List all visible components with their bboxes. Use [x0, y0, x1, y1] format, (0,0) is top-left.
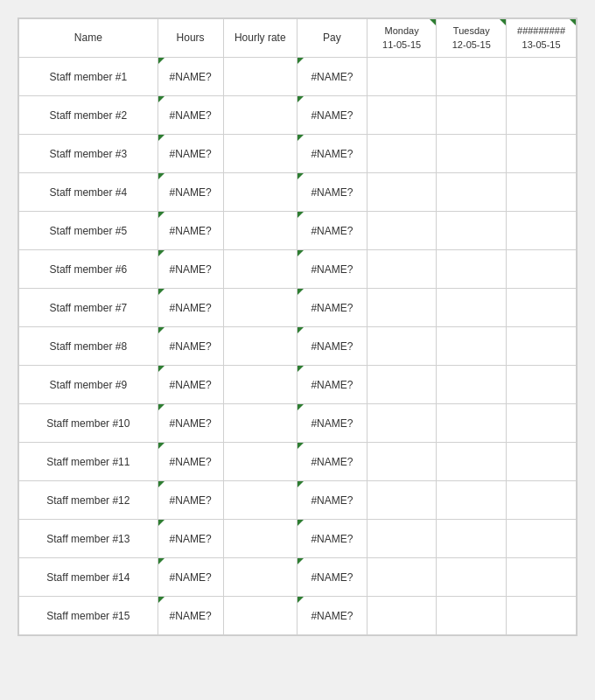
cell-hours[interactable]: #NAME?	[158, 212, 223, 250]
cell-hours[interactable]: #NAME?	[158, 520, 223, 558]
cell-tuesday[interactable]	[437, 58, 507, 96]
cell-name[interactable]: Staff member #9	[19, 366, 158, 404]
cell-monday[interactable]	[367, 597, 437, 635]
cell-monday[interactable]	[367, 404, 437, 443]
cell-monday[interactable]	[367, 481, 437, 520]
cell-tuesday[interactable]	[437, 173, 507, 212]
cell-hourly-rate[interactable]	[223, 481, 298, 520]
cell-tuesday[interactable]	[437, 96, 507, 135]
cell-name[interactable]: Staff member #12	[19, 481, 158, 520]
cell-pay[interactable]: #NAME?	[298, 96, 368, 135]
cell-pay[interactable]: #NAME?	[298, 250, 368, 289]
cell-hours[interactable]: #NAME?	[158, 135, 223, 173]
cell-hourly-rate[interactable]	[223, 135, 298, 173]
cell-name[interactable]: Staff member #11	[19, 443, 158, 481]
cell-tuesday[interactable]	[437, 481, 507, 520]
cell-hours[interactable]: #NAME?	[158, 558, 223, 597]
cell-tuesday[interactable]	[437, 289, 507, 327]
cell-hours[interactable]: #NAME?	[158, 366, 223, 404]
cell-pay[interactable]: #NAME?	[298, 366, 368, 404]
cell-hourly-rate[interactable]	[223, 58, 298, 96]
cell-tuesday[interactable]	[437, 366, 507, 404]
cell-pay[interactable]: #NAME?	[298, 58, 368, 96]
cell-monday[interactable]	[367, 135, 437, 173]
cell-hash-day[interactable]	[507, 404, 577, 443]
cell-pay[interactable]: #NAME?	[298, 597, 368, 635]
cell-hourly-rate[interactable]	[223, 520, 298, 558]
cell-hourly-rate[interactable]	[223, 443, 298, 481]
cell-tuesday[interactable]	[437, 520, 507, 558]
cell-tuesday[interactable]	[437, 558, 507, 597]
cell-monday[interactable]	[367, 173, 437, 212]
cell-hourly-rate[interactable]	[223, 327, 298, 366]
cell-pay[interactable]: #NAME?	[298, 135, 368, 173]
cell-hours[interactable]: #NAME?	[158, 289, 223, 327]
cell-monday[interactable]	[367, 250, 437, 289]
cell-monday[interactable]	[367, 558, 437, 597]
cell-pay[interactable]: #NAME?	[298, 558, 368, 597]
cell-name[interactable]: Staff member #14	[19, 558, 158, 597]
cell-name[interactable]: Staff member #7	[19, 289, 158, 327]
cell-hourly-rate[interactable]	[223, 212, 298, 250]
cell-hourly-rate[interactable]	[223, 289, 298, 327]
cell-hash-day[interactable]	[507, 212, 577, 250]
cell-hash-day[interactable]	[507, 481, 577, 520]
cell-hash-day[interactable]	[507, 173, 577, 212]
cell-tuesday[interactable]	[437, 327, 507, 366]
cell-hash-day[interactable]	[507, 135, 577, 173]
cell-name[interactable]: Staff member #4	[19, 173, 158, 212]
cell-monday[interactable]	[367, 96, 437, 135]
cell-hash-day[interactable]	[507, 597, 577, 635]
cell-hours[interactable]: #NAME?	[158, 443, 223, 481]
cell-hash-day[interactable]	[507, 443, 577, 481]
cell-hourly-rate[interactable]	[223, 597, 298, 635]
cell-hourly-rate[interactable]	[223, 558, 298, 597]
cell-name[interactable]: Staff member #15	[19, 597, 158, 635]
cell-hash-day[interactable]	[507, 327, 577, 366]
cell-tuesday[interactable]	[437, 404, 507, 443]
cell-name[interactable]: Staff member #13	[19, 520, 158, 558]
cell-pay[interactable]: #NAME?	[298, 212, 368, 250]
cell-name[interactable]: Staff member #5	[19, 212, 158, 250]
cell-pay[interactable]: #NAME?	[298, 443, 368, 481]
cell-hours[interactable]: #NAME?	[158, 327, 223, 366]
cell-name[interactable]: Staff member #10	[19, 404, 158, 443]
cell-pay[interactable]: #NAME?	[298, 520, 368, 558]
cell-hours[interactable]: #NAME?	[158, 597, 223, 635]
cell-name[interactable]: Staff member #6	[19, 250, 158, 289]
cell-hash-day[interactable]	[507, 520, 577, 558]
cell-tuesday[interactable]	[437, 597, 507, 635]
cell-hours[interactable]: #NAME?	[158, 58, 223, 96]
cell-monday[interactable]	[367, 366, 437, 404]
cell-hash-day[interactable]	[507, 250, 577, 289]
cell-hash-day[interactable]	[507, 58, 577, 96]
cell-hash-day[interactable]	[507, 289, 577, 327]
cell-pay[interactable]: #NAME?	[298, 481, 368, 520]
cell-name[interactable]: Staff member #2	[19, 96, 158, 135]
cell-name[interactable]: Staff member #3	[19, 135, 158, 173]
cell-hash-day[interactable]	[507, 96, 577, 135]
cell-monday[interactable]	[367, 520, 437, 558]
cell-tuesday[interactable]	[437, 212, 507, 250]
cell-pay[interactable]: #NAME?	[298, 289, 368, 327]
cell-hourly-rate[interactable]	[223, 96, 298, 135]
cell-hourly-rate[interactable]	[223, 173, 298, 212]
cell-name[interactable]: Staff member #8	[19, 327, 158, 366]
cell-name[interactable]: Staff member #1	[19, 58, 158, 96]
cell-hours[interactable]: #NAME?	[158, 96, 223, 135]
cell-monday[interactable]	[367, 327, 437, 366]
cell-tuesday[interactable]	[437, 443, 507, 481]
cell-monday[interactable]	[367, 443, 437, 481]
cell-tuesday[interactable]	[437, 250, 507, 289]
cell-pay[interactable]: #NAME?	[298, 173, 368, 212]
cell-hash-day[interactable]	[507, 558, 577, 597]
cell-hours[interactable]: #NAME?	[158, 481, 223, 520]
cell-pay[interactable]: #NAME?	[298, 327, 368, 366]
cell-pay[interactable]: #NAME?	[298, 404, 368, 443]
cell-hash-day[interactable]	[507, 366, 577, 404]
cell-monday[interactable]	[367, 58, 437, 96]
cell-hourly-rate[interactable]	[223, 404, 298, 443]
cell-tuesday[interactable]	[437, 135, 507, 173]
cell-hours[interactable]: #NAME?	[158, 404, 223, 443]
cell-monday[interactable]	[367, 289, 437, 327]
